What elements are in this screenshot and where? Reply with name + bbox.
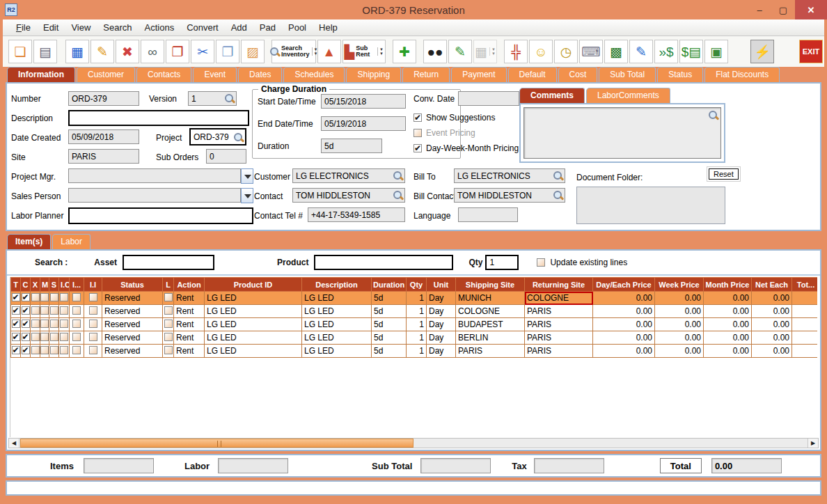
column-header-ii[interactable]: I.I	[84, 278, 102, 292]
cell-tot[interactable]	[792, 292, 818, 305]
cell-qty[interactable]: 1	[407, 318, 427, 331]
cell-idot[interactable]	[70, 292, 84, 305]
org-chart-button[interactable]: ╬	[504, 40, 528, 63]
search-inventory-button[interactable]: Search Inventory▼▼	[271, 40, 316, 63]
cell-idot[interactable]	[70, 345, 84, 358]
search-icon[interactable]	[708, 110, 718, 120]
cell-c[interactable]	[21, 331, 31, 345]
cell-month_price[interactable]: 0.00	[704, 331, 752, 345]
cell-l[interactable]	[163, 318, 174, 331]
cell-unit[interactable]: Day	[427, 345, 456, 358]
cell-net_each[interactable]: 0.00	[752, 331, 792, 345]
language-field[interactable]	[458, 207, 518, 222]
cell-month_price[interactable]: 0.00	[704, 305, 752, 318]
cell-description[interactable]: LG LED	[302, 318, 372, 331]
cell-week_price[interactable]: 0.00	[655, 345, 704, 358]
cell-idot[interactable]	[70, 305, 84, 318]
find-binoculars-button[interactable]: ∞	[141, 40, 164, 63]
row-checkbox[interactable]	[22, 293, 30, 301]
project-field[interactable]: ORD-379	[189, 128, 246, 145]
cell-product_id[interactable]: LG LED	[205, 331, 302, 345]
project-mgr-field[interactable]	[68, 168, 241, 183]
cell-ic[interactable]	[59, 318, 70, 331]
row-checkbox[interactable]	[40, 293, 49, 301]
menu-item-view[interactable]: View	[65, 21, 97, 34]
cell-s[interactable]	[49, 305, 59, 318]
cell-qty[interactable]: 1	[407, 331, 427, 345]
column-header-l[interactable]: L	[163, 278, 174, 292]
row-checkbox[interactable]	[89, 320, 97, 328]
column-header-ic[interactable]: I.C	[59, 278, 70, 292]
search-icon[interactable]	[553, 171, 563, 181]
column-header-description[interactable]: Description	[302, 278, 372, 292]
row-checkbox[interactable]	[164, 346, 173, 354]
row-checkbox[interactable]	[89, 306, 97, 315]
row-checkbox[interactable]	[12, 346, 20, 354]
description-field[interactable]	[68, 110, 249, 126]
cell-duration[interactable]: 5d	[372, 318, 407, 331]
tab-customer[interactable]: Customer	[77, 67, 135, 82]
labor-planner-field[interactable]	[68, 207, 253, 224]
delete-button[interactable]: ✖	[116, 40, 139, 63]
cell-tot[interactable]	[792, 305, 818, 318]
cell-status[interactable]: Reserved	[102, 318, 163, 331]
row-checkbox[interactable]	[50, 293, 58, 301]
cell-m[interactable]	[40, 318, 49, 331]
row-checkbox[interactable]	[60, 293, 68, 301]
row-checkbox[interactable]	[72, 333, 81, 341]
row-checkbox[interactable]	[40, 306, 49, 315]
cell-l[interactable]	[163, 292, 174, 305]
cell-idot[interactable]	[70, 331, 84, 345]
document-folder-area[interactable]	[576, 187, 725, 224]
checkbox[interactable]	[414, 129, 422, 137]
cell-net_each[interactable]: 0.00	[752, 305, 792, 318]
bill-to-field[interactable]: LG ELECTRONICS	[454, 168, 565, 183]
scroll-right-arrow-icon[interactable]: ▶	[808, 439, 818, 448]
cell-net_each[interactable]: 0.00	[752, 345, 792, 358]
row-checkbox[interactable]	[164, 293, 173, 301]
row-checkbox[interactable]	[164, 320, 173, 328]
tab-event[interactable]: Event	[193, 67, 237, 82]
cell-month_price[interactable]: 0.00	[704, 292, 752, 305]
cell-product_id[interactable]: LG LED	[205, 345, 302, 358]
row-checkbox[interactable]	[72, 293, 81, 301]
cell-description[interactable]: LG LED	[302, 345, 372, 358]
cell-unit[interactable]: Day	[427, 318, 456, 331]
cell-x[interactable]	[31, 305, 40, 318]
column-header-month_price[interactable]: Month Price	[704, 278, 752, 292]
horizontal-scrollbar[interactable]: ◀ ▶	[8, 438, 819, 448]
sales-person-field[interactable]	[68, 188, 241, 203]
cell-tot[interactable]	[792, 318, 818, 331]
cell-s[interactable]	[49, 318, 59, 331]
cell-day_each_price[interactable]: 0.00	[593, 292, 655, 305]
cell-unit[interactable]: Day	[427, 305, 456, 318]
billing-list-button[interactable]: $▤	[679, 40, 703, 63]
tab-information[interactable]: Information	[7, 67, 75, 82]
minimize-button[interactable]: –	[748, 0, 771, 19]
table-row[interactable]: ReservedRentLG LEDLG LED5d1DayCOLOGNEPAR…	[11, 305, 818, 318]
column-header-x[interactable]: X	[31, 278, 40, 292]
row-checkbox[interactable]	[12, 320, 20, 328]
paste-button[interactable]: ▨	[241, 40, 265, 63]
scrollbar-thumb[interactable]	[20, 439, 414, 448]
row-checkbox[interactable]	[72, 320, 81, 328]
cell-qty[interactable]: 1	[407, 305, 427, 318]
row-checkbox[interactable]	[164, 333, 173, 341]
tab-laborcomments[interactable]: LaborComments	[586, 88, 670, 103]
row-checkbox[interactable]	[50, 333, 58, 341]
checkbox[interactable]	[414, 144, 422, 152]
row-checkbox[interactable]	[22, 306, 30, 315]
cell-status[interactable]: Reserved	[102, 292, 163, 305]
menu-item-actions[interactable]: Actions	[139, 21, 181, 34]
cell-product_id[interactable]: LG LED	[205, 292, 302, 305]
copy-move-button[interactable]: ❐	[166, 40, 189, 63]
cell-c[interactable]	[21, 292, 31, 305]
cell-shipping_site[interactable]: PARIS	[456, 345, 525, 358]
menu-item-pad[interactable]: Pad	[253, 21, 282, 34]
cell-week_price[interactable]: 0.00	[655, 318, 704, 331]
smiley-button[interactable]: ☺	[529, 40, 553, 63]
column-header-duration[interactable]: Duration	[372, 278, 407, 292]
convert-currency-button[interactable]: »$	[654, 40, 678, 63]
cell-ii[interactable]	[84, 318, 102, 331]
row-checkbox[interactable]	[31, 346, 40, 354]
